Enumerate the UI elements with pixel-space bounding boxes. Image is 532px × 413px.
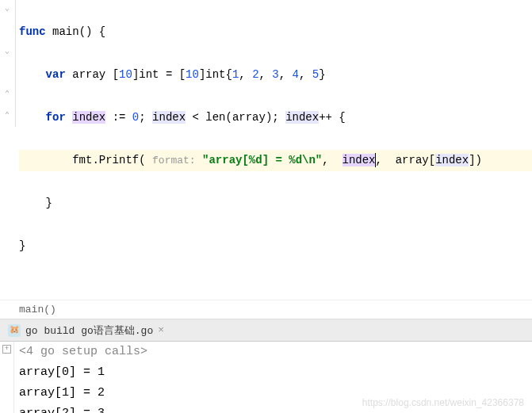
code-line[interactable]: func main() { — [19, 21, 532, 43]
code-line-active[interactable]: fmt.Printf( format: "array[%d] = %d\n", … — [19, 150, 532, 171]
keyword-var: var — [46, 68, 66, 81]
ident-index: index — [72, 111, 105, 124]
watermark: https://blog.csdn.net/weixin_42366378 — [362, 397, 524, 408]
code-area[interactable]: func main() { var array [10]int = [10]in… — [0, 0, 532, 300]
breadcrumb-item[interactable]: main() — [19, 304, 56, 315]
keyword-for: for — [46, 111, 66, 124]
breadcrumb[interactable]: main() — [0, 300, 532, 319]
ident-index: index — [343, 154, 376, 166]
ident-index: index — [435, 154, 469, 166]
run-tab[interactable]: 🐹 go build go语言基础.go × — [0, 319, 172, 341]
ident-index: index — [152, 111, 186, 124]
console-line: array[0] = 1 — [19, 362, 532, 383]
inline-hint: format: — [152, 155, 196, 166]
code-line[interactable]: for index := 0; index < len(array); inde… — [19, 107, 532, 128]
code-line[interactable]: } — [19, 235, 532, 257]
ident-index: index — [285, 111, 319, 124]
fold-icon[interactable]: ⌄ — [5, 48, 13, 55]
fold-icon[interactable]: ⌃ — [5, 90, 13, 98]
fold-icon[interactable]: ⌃ — [5, 112, 13, 120]
run-tab-label: go build go语言基础.go — [25, 323, 153, 338]
fold-icon[interactable]: ⌄ — [5, 5, 13, 13]
string-literal: "array[%d] = %d\n" — [202, 154, 322, 166]
close-icon[interactable]: × — [158, 324, 164, 336]
code-line[interactable]: var array [10]int = [10]int{1, 2, 3, 4, … — [19, 64, 532, 86]
console-setup-line: <4 go setup calls> — [19, 342, 532, 362]
go-icon: 🐹 — [8, 324, 21, 337]
keyword-func: func — [19, 25, 46, 38]
code-editor[interactable]: ⌄ ⌄ ⌃ ⌃ func main() { var array [10]int … — [0, 0, 532, 300]
run-tab-bar: 🐹 go build go语言基础.go × — [0, 319, 532, 342]
code-line[interactable]: } — [19, 193, 532, 214]
console-gutter: + — [0, 342, 14, 413]
expand-icon[interactable]: + — [2, 345, 11, 354]
editor-gutter: ⌄ ⌄ ⌃ ⌃ — [0, 0, 16, 127]
